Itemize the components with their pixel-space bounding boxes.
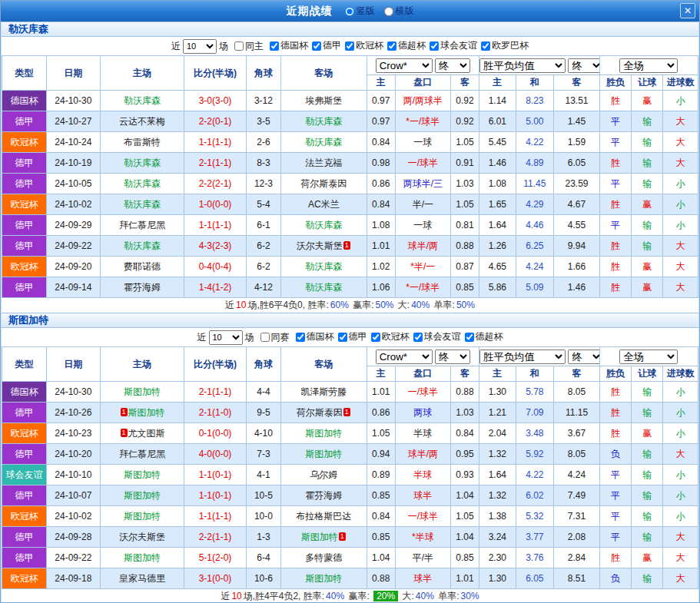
league-checkbox[interactable] (387, 41, 396, 51)
league-checkbox[interactable] (371, 333, 380, 342)
team-name[interactable]: 勒沃库森 (305, 282, 342, 293)
team-name[interactable]: 云达不莱梅 (119, 116, 165, 127)
layout-vertical-option[interactable]: 竖版 (345, 5, 375, 18)
team-name[interactable]: 乌尔姆 (310, 469, 337, 480)
league-checkbox[interactable] (296, 333, 305, 342)
recent-count-select[interactable]: 10 (209, 330, 243, 345)
league-filter-德国杯[interactable]: 德国杯 (270, 39, 308, 52)
league-checkbox[interactable] (338, 333, 347, 342)
odds-time-select[interactable]: 终 (435, 350, 470, 364)
score-cell[interactable]: 2-1(1-1) (184, 382, 246, 403)
team-name[interactable]: 斯图加特 (305, 428, 342, 439)
score-cell[interactable]: 1-1(1-1) (184, 506, 246, 527)
match-scope-select[interactable]: 全场 (619, 58, 678, 73)
score-cell[interactable]: 2-1(1-1) (184, 153, 246, 174)
league-filter-德甲[interactable]: 德甲 (338, 330, 367, 343)
team-name[interactable]: 埃弗斯堡 (305, 95, 342, 106)
league-filter-欧冠杯[interactable]: 欧冠杯 (345, 39, 383, 52)
team-name[interactable]: 霍芬海姆 (305, 490, 342, 501)
layout-horizontal-option[interactable]: 横版 (384, 5, 414, 18)
vertical-radio[interactable] (345, 7, 354, 16)
odds-time-select[interactable]: 终 (435, 58, 470, 73)
wdl-average-select[interactable]: 胜平负均值 (479, 58, 566, 73)
team-name[interactable]: 斯图加特 (305, 449, 342, 459)
team-name[interactable]: 凯泽斯劳滕 (300, 386, 347, 397)
league-filter-欧冠杯[interactable]: 欧冠杯 (371, 330, 410, 343)
team-name[interactable]: 斯图加特 (124, 386, 161, 397)
team-name[interactable]: 布雷斯特 (124, 137, 161, 147)
avg-time-select[interactable]: 终 (568, 350, 599, 364)
team-name[interactable]: 皇家马德里 (119, 573, 165, 584)
team-name[interactable]: 斯图加特 (124, 469, 161, 480)
score-cell[interactable]: 2-2(2-1) (184, 174, 246, 194)
score-cell[interactable]: 4-0(0-0) (184, 444, 246, 465)
horizontal-radio[interactable] (384, 7, 393, 16)
league-checkbox[interactable] (481, 41, 490, 51)
team-name[interactable]: 勒沃库森 (124, 157, 161, 168)
same-filter[interactable]: 同赛 (260, 331, 290, 344)
team-name[interactable]: 勒沃库森 (124, 199, 161, 210)
team-name[interactable]: 斯图加特 (124, 511, 161, 522)
score-cell[interactable]: 4-3(2-3) (184, 236, 246, 257)
team-name[interactable]: AC米兰 (308, 199, 340, 210)
score-cell[interactable]: 1-4(1-2) (184, 277, 246, 298)
team-name[interactable]: 勒沃库森 (305, 116, 342, 127)
same-checkbox[interactable] (234, 41, 244, 51)
league-filter-欧罗巴杯[interactable]: 欧罗巴杯 (481, 39, 529, 52)
team-name[interactable]: 勒沃库森 (305, 220, 342, 230)
league-checkbox[interactable] (345, 41, 354, 51)
wdl-average-select[interactable]: 胜平负均值 (479, 350, 566, 364)
team-name[interactable]: 斯图加特 (305, 573, 342, 584)
league-filter-德超杯[interactable]: 德超杯 (465, 330, 503, 343)
league-checkbox[interactable] (430, 41, 439, 51)
score-cell[interactable]: 0-4(0-4) (184, 257, 246, 277)
score-cell[interactable]: 3-0(3-0) (184, 91, 246, 111)
team-name[interactable]: 沃尔夫斯堡 (297, 240, 343, 251)
team-name[interactable]: 斯图加特 (301, 532, 338, 542)
odds-company-select[interactable]: Crow* (376, 58, 433, 73)
team-name[interactable]: 尤文图斯 (128, 428, 165, 439)
league-filter-球会友谊[interactable]: 球会友谊 (430, 39, 477, 52)
team-name[interactable]: 勒沃库森 (124, 240, 161, 251)
league-filter-德国杯[interactable]: 德国杯 (296, 330, 334, 343)
league-checkbox[interactable] (312, 41, 321, 51)
score-cell[interactable]: 1-0(0-0) (184, 194, 246, 215)
league-filter-德甲[interactable]: 德甲 (312, 39, 341, 52)
team-name[interactable]: 斯图加特 (124, 552, 161, 563)
same-filter[interactable]: 同主 (234, 40, 264, 53)
team-name[interactable]: 荷尔斯泰因 (300, 178, 347, 189)
team-name[interactable]: 勒沃库森 (124, 178, 161, 189)
odds-company-select[interactable]: Crow* (376, 350, 433, 364)
close-button[interactable]: ✕ (680, 3, 695, 18)
match-scope-select[interactable]: 全场 (619, 350, 678, 364)
score-cell[interactable]: 5-1(2-0) (184, 548, 246, 568)
league-filter-球会友谊[interactable]: 球会友谊 (413, 330, 461, 343)
score-cell[interactable]: 2-2(0-1) (184, 111, 246, 132)
team-name[interactable]: 多特蒙德 (305, 552, 342, 563)
score-cell[interactable]: 1-1(1-1) (184, 132, 246, 153)
team-name[interactable]: 霍芬海姆 (124, 282, 161, 293)
team-name[interactable]: 勒沃库森 (305, 261, 342, 272)
team-name[interactable]: 费耶诺德 (124, 261, 161, 272)
team-name[interactable]: 斯图加特 (124, 490, 161, 501)
team-name[interactable]: 荷尔斯泰因 (297, 407, 343, 418)
team-name[interactable]: 法兰克福 (305, 157, 342, 168)
score-cell[interactable]: 0-1(0-0) (184, 423, 246, 444)
league-filter-德超杯[interactable]: 德超杯 (387, 39, 426, 52)
team-name[interactable]: 斯图加特 (128, 407, 165, 418)
score-cell[interactable]: 1-1(0-1) (184, 465, 246, 485)
league-checkbox[interactable] (413, 333, 423, 342)
team-name[interactable]: 拜仁慕尼黑 (119, 220, 165, 230)
same-checkbox[interactable] (260, 333, 270, 342)
team-name[interactable]: 沃尔夫斯堡 (119, 532, 165, 542)
score-cell[interactable]: 1-1(0-1) (184, 485, 246, 506)
avg-time-select[interactable]: 终 (568, 58, 599, 73)
league-checkbox[interactable] (465, 333, 474, 342)
team-name[interactable]: 布拉格斯巴达 (296, 511, 351, 522)
score-cell[interactable]: 3-1(0-0) (184, 568, 246, 589)
team-name[interactable]: 拜仁慕尼黑 (119, 449, 165, 459)
recent-count-select[interactable]: 10 (183, 39, 217, 54)
team-name[interactable]: 勒沃库森 (305, 137, 342, 147)
team-name[interactable]: 勒沃库森 (124, 95, 161, 106)
score-cell[interactable]: 1-1(1-1) (184, 215, 246, 236)
